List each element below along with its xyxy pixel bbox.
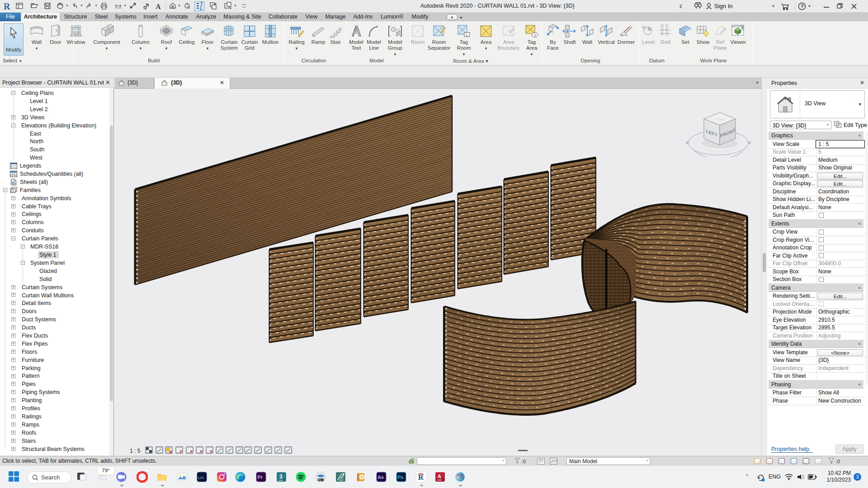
- svg-text:MAX: MAX: [279, 479, 283, 482]
- svg-text:CAD: CAD: [437, 479, 442, 481]
- svg-text:?: ?: [801, 4, 804, 9]
- svg-text:1: 1: [642, 25, 643, 28]
- svg-text:A: A: [156, 3, 161, 10]
- svg-text:Pr: Pr: [258, 474, 263, 480]
- svg-text:1: 1: [534, 33, 536, 37]
- svg-text::0: :0: [836, 459, 840, 464]
- svg-text:Ps: Ps: [397, 474, 403, 480]
- svg-text:Pro: Pro: [319, 479, 322, 481]
- svg-text::0: :0: [522, 459, 526, 464]
- svg-text:1 : 5: 1 : 5: [130, 448, 141, 454]
- svg-text:12: 12: [339, 478, 343, 482]
- svg-text:Lrc: Lrc: [198, 475, 204, 480]
- svg-text:R: R: [4, 1, 10, 11]
- svg-text:1: 1: [144, 6, 146, 9]
- svg-text:Sign In: Sign In: [714, 3, 732, 9]
- svg-text:1: 1: [466, 33, 468, 37]
- svg-text:Ae: Ae: [377, 474, 384, 480]
